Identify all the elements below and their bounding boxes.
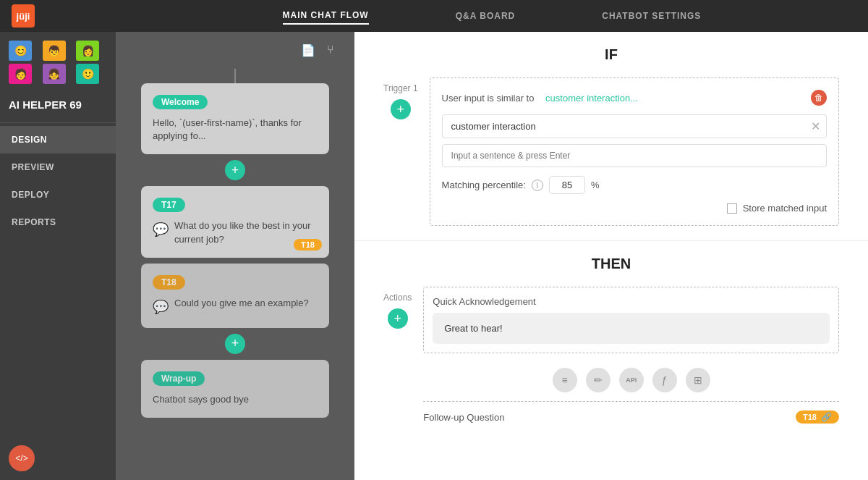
if-title: IF (383, 46, 839, 63)
tab-chatbot-settings[interactable]: CHATBOT SETTINGS (602, 8, 701, 24)
node-tag-t17: T17 (153, 198, 185, 212)
chat-bubble-icon-2: 💬 (153, 298, 169, 316)
action-icons-row: ≡ ✏ API ƒ ⊞ (423, 362, 839, 398)
store-label: Store matched input (743, 203, 827, 214)
flow-connector (234, 69, 236, 83)
flow-tool-share-icon[interactable]: ⑂ (327, 43, 334, 57)
flow-panel: 📄 ⑂ Welcome Hello, `(user-first-name)`, … (116, 32, 354, 480)
list-icon-button[interactable]: ≡ (553, 368, 577, 392)
flow-toolbar: 📄 ⑂ (301, 43, 334, 57)
node-tag-welcome: Welcome (153, 95, 208, 109)
t18-badge: T18 🔗 (796, 410, 839, 424)
logo-icon: jüji (12, 4, 35, 28)
then-content: Quick Acknowledgement Great to hear! ≡ ✏… (423, 287, 839, 424)
then-section: THEN Actions + Quick Acknowledgement Gre… (354, 241, 868, 438)
if-section: IF Trigger 1 + User input is similar to … (354, 32, 868, 241)
sidebar-item-preview[interactable]: PREVIEW (0, 153, 116, 181)
actions-row: Actions + Quick Acknowledgement Great to… (383, 287, 839, 424)
actions-label-col: Actions + (383, 287, 412, 329)
percentile-label: Matching percentile: (442, 180, 526, 190)
top-nav: jüji MAIN CHAT FLOW Q&A BOARD CHATBOT SE… (0, 0, 868, 32)
flow-node-wrap-up[interactable]: Wrap-up Chatbot says good bye (141, 360, 329, 418)
sidebar-item-deploy[interactable]: DEPLOY (0, 181, 116, 209)
function-icon-button[interactable]: ƒ (652, 368, 677, 392)
flow-node-t17[interactable]: T17 💬 What do you like the best in your … (141, 186, 329, 257)
sidebar-item-design[interactable]: DESIGN (0, 126, 116, 153)
trigger-row: Trigger 1 + User input is similar to cus… (383, 77, 839, 226)
follow-up-row: Follow-up Question T18 🔗 (423, 401, 839, 424)
trigger-add-button[interactable]: + (391, 99, 411, 119)
flow-add-button-1[interactable]: + (225, 160, 245, 180)
avatar: 😊 (9, 41, 32, 61)
node-tag-t18: T18 (153, 275, 185, 290)
node-badge-t17: T18 (294, 239, 322, 250)
node-tag-wrap-up: Wrap-up (153, 371, 205, 386)
user-input-label: User input is similar to customer intera… (442, 90, 827, 106)
avatar: 🧑 (9, 64, 32, 84)
sidebar: 😊 👦 👩 🧑 👧 🙂 AI HELPER 69 DESIGN PREVIEW … (0, 32, 116, 480)
main-layout: 😊 👦 👩 🧑 👧 🙂 AI HELPER 69 DESIGN PREVIEW … (0, 32, 868, 480)
follow-up-label: Follow-up Question (423, 412, 796, 423)
percentile-input[interactable] (549, 176, 585, 194)
quick-ack-text: Great to hear! (433, 313, 830, 344)
input-row: ✕ (442, 114, 827, 138)
node-text-welcome: Hello, `(user-first-name)`, thanks for a… (153, 117, 318, 143)
flow-node-t18[interactable]: T18 💬 Could you give me an example? (141, 264, 329, 328)
flow-node-welcome[interactable]: Welcome Hello, `(user-first-name)`, than… (141, 83, 329, 154)
avatar: 🙂 (76, 64, 99, 84)
highlight-text: customer interaction... (545, 93, 638, 104)
actions-label: Actions (383, 292, 412, 303)
flow-tool-document-icon[interactable]: 📄 (301, 43, 315, 57)
right-panel: IF Trigger 1 + User input is similar to … (354, 32, 868, 480)
nav-tabs: MAIN CHAT FLOW Q&A BOARD CHATBOT SETTING… (116, 7, 868, 25)
avatar: 👦 (43, 41, 66, 61)
quick-ack-title: Quick Acknowledgement (433, 296, 830, 307)
sidebar-item-reports[interactable]: REPORTS (0, 209, 116, 236)
logo-area: jüji (0, 4, 116, 28)
edit-icon-button[interactable]: ✏ (586, 368, 610, 392)
link-icon: 🔗 (821, 412, 832, 422)
sentence-input[interactable] (442, 144, 827, 167)
trigger-label-col: Trigger 1 + (383, 77, 418, 119)
percentile-row: Matching percentile: i % (442, 176, 827, 194)
store-row: Store matched input (442, 203, 827, 214)
then-title: THEN (383, 256, 839, 272)
tab-main-chat-flow[interactable]: MAIN CHAT FLOW (283, 7, 369, 25)
node-text-wrap-up: Chatbot says good bye (153, 393, 318, 406)
delete-trigger-button[interactable]: 🗑 (811, 90, 827, 106)
api-icon-button[interactable]: API (619, 368, 644, 392)
trigger-label: Trigger 1 (383, 83, 418, 93)
actions-add-button[interactable]: + (388, 308, 408, 329)
chat-bubble-icon: 💬 (153, 221, 169, 239)
code-button[interactable]: </> (9, 445, 35, 471)
avatar-grid: 😊 👦 👩 🧑 👧 🙂 (0, 32, 116, 93)
avatar: 👧 (43, 64, 66, 84)
sidebar-navigation: DESIGN PREVIEW DEPLOY REPORTS (0, 123, 116, 236)
clear-input-button[interactable]: ✕ (805, 117, 826, 136)
store-matched-checkbox[interactable] (727, 203, 737, 214)
avatar: 👩 (76, 41, 99, 61)
trigger-content: User input is similar to customer intera… (430, 77, 839, 226)
node-text-t18: 💬 Could you give me an example? (153, 297, 318, 316)
bot-name: AI HELPER 69 (0, 93, 116, 123)
quick-acknowledgement-block: Quick Acknowledgement Great to hear! (423, 287, 839, 353)
percent-unit: % (591, 180, 600, 190)
flow-add-button-2[interactable]: + (225, 334, 245, 354)
info-icon: i (532, 180, 543, 191)
node-text-t17: 💬 What do you like the best in your curr… (153, 219, 318, 245)
tab-qa-board[interactable]: Q&A BOARD (456, 8, 516, 24)
table-icon-button[interactable]: ⊞ (686, 368, 710, 392)
customer-interaction-input[interactable] (443, 115, 805, 138)
